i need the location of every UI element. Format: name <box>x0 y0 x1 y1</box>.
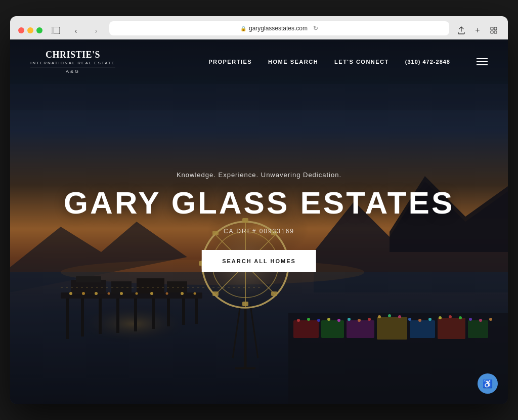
minimize-button[interactable] <box>27 27 33 33</box>
hero-tagline: Knowledge. Experience. Unwavering Dedica… <box>64 171 454 179</box>
sidebar-toggle-button[interactable] <box>49 25 63 35</box>
hamburger-line-1 <box>477 58 488 59</box>
website-content: CHRISTIE'S INTERNATIONAL REAL ESTATE A&G… <box>10 39 508 404</box>
address-bar-container: 🔒 garyglassestates.com ↻ <box>109 21 449 39</box>
address-bar[interactable]: 🔒 garyglassestates.com ↻ <box>109 21 449 35</box>
traffic-lights <box>18 27 42 33</box>
nav-phone-number: (310) 472-2848 <box>405 59 450 65</box>
accessibility-button[interactable]: ♿ <box>478 373 498 394</box>
browser-actions: + <box>455 24 500 36</box>
forward-button[interactable]: › <box>89 25 103 35</box>
svg-rect-2 <box>491 27 493 30</box>
hamburger-line-3 <box>477 64 488 65</box>
url-text: garyglassestates.com <box>249 25 308 32</box>
svg-rect-1 <box>52 27 54 34</box>
logo-divider <box>30 67 115 67</box>
title-bar: ‹ › 🔒 garyglassestates.com ↻ + <box>18 21 500 39</box>
hero-title: GARY GLASS ESTATES <box>64 185 454 221</box>
search-all-homes-button[interactable]: SEARCH ALL HOMES <box>202 250 316 272</box>
navigation: CHRISTIE'S INTERNATIONAL REAL ESTATE A&G… <box>10 39 508 84</box>
svg-rect-4 <box>491 31 493 33</box>
hamburger-menu-button[interactable] <box>477 58 488 65</box>
back-button[interactable]: ‹ <box>69 25 83 35</box>
share-button[interactable] <box>455 24 467 36</box>
nav-home-search-link[interactable]: HOME SEARCH <box>268 59 318 65</box>
hero-content: Knowledge. Experience. Unwavering Dedica… <box>64 171 454 272</box>
lock-icon: 🔒 <box>240 26 246 31</box>
nav-connect-link[interactable]: LET'S CONNECT <box>334 59 389 65</box>
browser-chrome: ‹ › 🔒 garyglassestates.com ↻ + <box>10 16 508 39</box>
hamburger-line-2 <box>477 61 488 62</box>
hero-dre-number: CA DRE# 00933169 <box>64 228 454 235</box>
accessibility-icon: ♿ <box>483 379 493 389</box>
tabs-overview-button[interactable] <box>488 24 500 36</box>
nav-properties-link[interactable]: PROPERTIES <box>208 59 252 65</box>
logo-brand-name: CHRISTIE'S <box>46 50 100 60</box>
close-button[interactable] <box>18 27 24 33</box>
logo-brand-subtitle: INTERNATIONAL REAL ESTATE <box>30 61 115 65</box>
new-tab-button[interactable]: + <box>471 24 484 36</box>
logo: CHRISTIE'S INTERNATIONAL REAL ESTATE A&G <box>30 50 115 74</box>
maximize-button[interactable] <box>36 27 42 33</box>
logo-akg-text: A&G <box>66 69 80 74</box>
svg-rect-5 <box>494 31 497 33</box>
browser-window: ‹ › 🔒 garyglassestates.com ↻ + <box>10 16 508 404</box>
nav-links: PROPERTIES HOME SEARCH LET'S CONNECT (31… <box>208 58 488 65</box>
svg-rect-3 <box>494 27 497 30</box>
reload-icon[interactable]: ↻ <box>313 25 318 32</box>
